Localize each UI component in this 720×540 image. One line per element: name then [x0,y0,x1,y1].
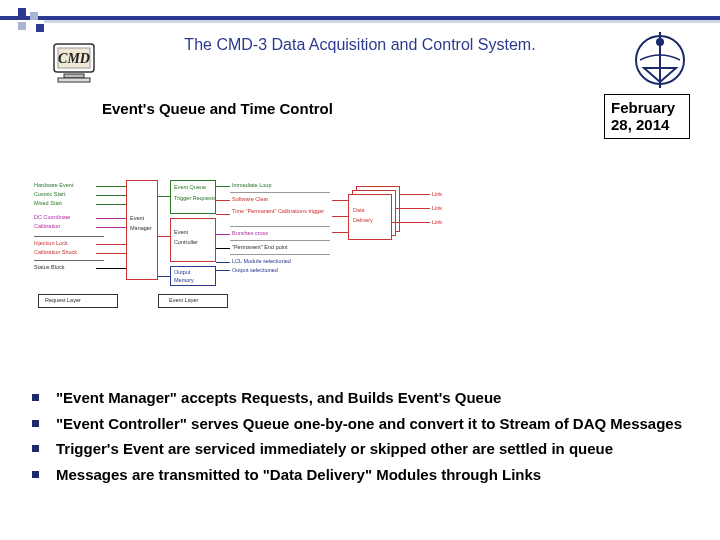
svg-text:CMD: CMD [58,51,90,66]
box-event-queue: Event Queue Trigger Requests [170,180,216,214]
label-event-layer: Event Layer [158,294,228,308]
link-label: Link [432,191,442,197]
institute-logo [630,30,690,90]
top-decoration [0,16,720,26]
req-label: Injection Lock [34,240,68,246]
req-label: DC Coordinate [34,214,70,220]
subtitle: Event's Queue and Time Control [102,100,333,117]
req-label: Cosmic Start [34,191,65,197]
mid-label: "Permanent" End point [232,244,288,250]
mid-label: Output selectioned [232,267,278,273]
bullet-item: Messages are transmitted to "Data Delive… [30,465,690,485]
mid-label: Immediate Loop [232,182,271,188]
mid-label: Bunches cross [232,230,268,236]
req-label: Calibration [34,223,60,229]
svg-point-7 [656,38,664,46]
box-data-delivery: Data Delivery [348,194,392,240]
bullet-list: "Event Manager" accepts Requests, and Bu… [30,388,690,490]
req-label: Mixed Start [34,200,62,206]
cmd-logo: CMD [48,40,102,84]
req-label: Calibration Shock [34,249,77,255]
date-box: February 28, 2014 [604,94,690,139]
box-event-manager: Event Manager [126,180,158,280]
bullet-item: "Event Manager" accepts Requests, and Bu… [30,388,690,408]
mid-label: LCL Module selectioned [232,258,291,264]
box-output-memory: Output Memory [170,266,216,286]
date-line1: February [611,99,683,116]
mid-label: Software Clear [232,196,268,202]
svg-rect-3 [58,78,90,82]
box-event-controller: Event Controller [170,218,216,262]
label-request-layer: Request Layer [38,294,118,308]
link-label: Link [432,205,442,211]
date-line2: 28, 2014 [611,116,683,133]
link-label: Link [432,219,442,225]
req-label: Status Block [34,264,65,270]
slide: The CMD-3 Data Acquisition and Control S… [0,0,720,540]
bullet-item: Trigger's Event are serviced immediately… [30,439,690,459]
req-label: Hardware Event [34,182,73,188]
page-title: The CMD-3 Data Acquisition and Control S… [0,36,720,54]
mid-label: Time "Permanent" Calibrations trigger [232,208,332,214]
bullet-item: "Event Controller" serves Queue one-by-o… [30,414,690,434]
architecture-diagram: Hardware Event Cosmic Start Mixed Start … [34,180,464,330]
svg-rect-2 [64,74,84,78]
